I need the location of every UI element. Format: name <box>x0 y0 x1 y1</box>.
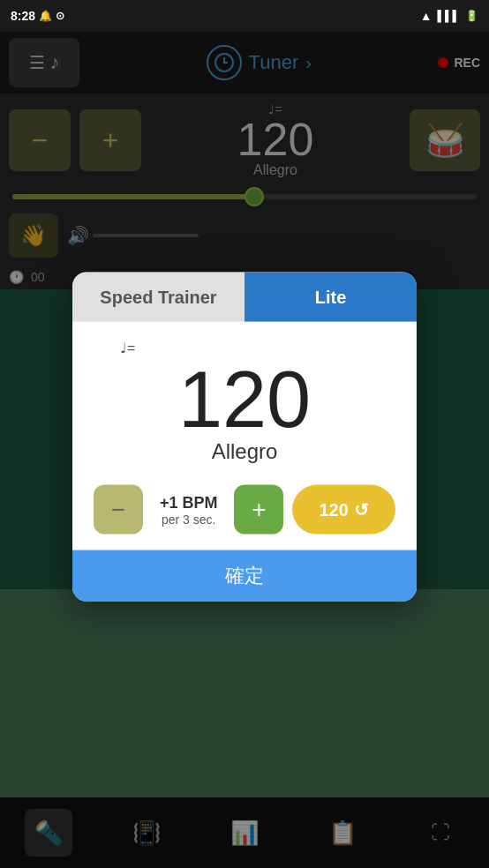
tab-lite[interactable]: Lite <box>244 273 417 322</box>
bpm-change-value: +1 BPM <box>152 493 225 512</box>
modal-controls: − +1 BPM per 3 sec. + 120 ↺ <box>94 485 395 550</box>
wifi-icon: ▲ <box>420 9 433 23</box>
speed-trainer-modal: Speed Trainer Lite ♩= 120 Allegro − +1 B… <box>72 273 417 602</box>
modal-reset-button[interactable]: 120 ↺ <box>292 485 395 535</box>
modal-tempo-name: Allegro <box>212 439 278 464</box>
notification-icon: 🔔 <box>39 10 52 22</box>
modal-tabs: Speed Trainer Lite <box>72 273 417 322</box>
battery-icon: 🔋 <box>465 10 478 22</box>
modal-body: ♩= 120 Allegro − +1 BPM per 3 sec. + 120… <box>72 322 417 550</box>
sync-icon: ⊙ <box>56 10 64 22</box>
modal-bpm-value: 120 <box>178 360 311 439</box>
modal-decrease-button[interactable]: − <box>94 485 143 535</box>
modal-confirm-button[interactable]: 確定 <box>72 550 417 602</box>
reset-icon: ↺ <box>354 499 369 520</box>
time-display: 8:28 <box>11 9 35 23</box>
status-icons: ▲ ▌▌▌ 🔋 <box>420 9 478 23</box>
status-bar: 8:28 🔔 ⊙ ▲ ▌▌▌ 🔋 <box>0 0 489 32</box>
modal-increase-button[interactable]: + <box>234 485 283 535</box>
modal-note-symbol: ♩= <box>120 340 135 356</box>
modal-bpm-change-label: +1 BPM per 3 sec. <box>152 493 225 526</box>
bpm-change-period: per 3 sec. <box>152 512 225 526</box>
app-background: ☰ ♪ Tuner › REC − + ♩= 120 <box>0 32 489 868</box>
tab-speed-trainer[interactable]: Speed Trainer <box>72 273 244 322</box>
reset-value: 120 <box>319 499 348 520</box>
signal-icon: ▌▌▌ <box>437 10 460 22</box>
status-time: 8:28 🔔 ⊙ <box>11 9 64 23</box>
